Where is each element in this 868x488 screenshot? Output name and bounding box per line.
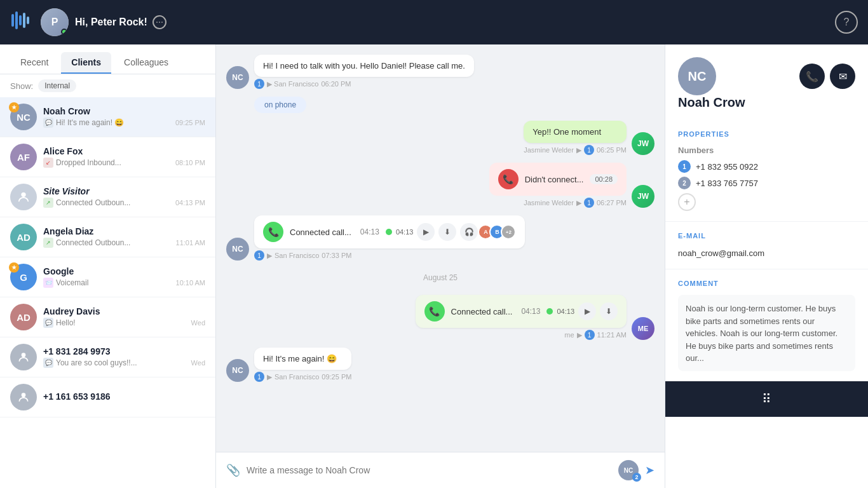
logo-icon [10,10,31,34]
preview-text: Hi! It's me again! 😄 [56,118,173,127]
contact-item[interactable]: AF Alice Fox ↙ Dropped Inbound... 08:10 … [0,137,215,177]
comment-title: COMMENT [678,280,855,287]
call-button[interactable]: 📞 [799,64,825,89]
message-content: Yep!! One moment Jasmine Welder ▶ 1 06:2… [524,121,627,155]
message-row: JW Yep!! One moment Jasmine Welder ▶ 1 0… [226,121,654,155]
download-button[interactable]: ⬇ [600,302,618,320]
help-icon[interactable]: ? [835,11,858,34]
contact-actions: 📞 ✉ [799,64,855,89]
message-bubble: Hi! I need to talk with you. Hello Danie… [254,55,474,77]
left-panel: Recent Clients Colleagues Show: Internal… [0,44,216,488]
info-icon[interactable]: ⋯ [153,15,166,29]
dialpad-icon[interactable]: ⠿ [762,391,771,407]
number-row: 1 +1 832 955 0922 [678,160,855,173]
contact-info: Google 📨 Voicemail 10:10 AM [43,266,205,288]
sender-avatar: NC [226,359,249,382]
bottom-bar: ⠿ [665,381,868,417]
contact-name: +1 161 653 9186 [43,391,205,402]
sender-count: 2 [632,473,641,482]
time-text: 11:21 AM [597,331,627,339]
contact-info: Noah Crow 💬 Hi! It's me again! 😄 09:25 P… [43,106,205,128]
message-content: 📞 Connected call... 04:13 04:13 ▶ ⬇ 🎧 A … [254,215,525,261]
avatar [10,384,37,410]
contact-name: +1 831 284 9973 [43,346,205,356]
avatar: ★ G [10,264,37,290]
contact-preview: ↙ Dropped Inbound... 08:10 PM [43,158,205,168]
play-button[interactable]: ▶ [578,302,596,320]
contact-item[interactable]: ★ G Google 📨 Voicemail 10:10 AM [0,257,215,297]
download-button[interactable]: ⬇ [438,223,456,241]
attach-button[interactable]: 📎 [226,463,240,477]
message-row: NC Hi! I need to talk with you. Hello Da… [226,55,654,89]
svg-point-7 [22,393,26,397]
email-button[interactable]: ✉ [830,64,855,89]
preview-time: 08:10 PM [175,159,205,166]
call-duration: 04:13 [360,227,379,236]
number-badge: 1 [254,79,264,89]
chat-input-area: 📎 NC 2 ➤ [216,452,665,488]
show-label: Show: [10,81,33,91]
contact-item[interactable]: +1 161 653 9186 [0,377,215,417]
preview-text: Dropped Inbound... [56,158,173,167]
preview-text: Connected Outboun... [56,238,173,247]
time-text: 06:27 PM [597,199,627,207]
star-badge: ★ [9,262,19,273]
chat-messages: NC Hi! I need to talk with you. Hello Da… [216,44,665,452]
time-text: 07:33 PM [322,252,351,259]
location-text: San Francisco [275,373,319,381]
message-meta: Jasmine Welder ▶ 1 06:25 PM [524,145,627,155]
contact-item[interactable]: AD Angela Diaz ↗ Connected Outboun... 11… [0,217,215,257]
headphone-button[interactable]: 🎧 [460,223,478,241]
message-meta: 1 ▶ San Francisco 09:25 PM [254,372,351,382]
message-input[interactable] [247,465,612,475]
online-indicator [61,29,67,35]
message-icon: 💬 [43,358,53,368]
play-button[interactable]: ▶ [417,223,435,241]
number-badge-1: 1 [678,160,691,173]
message-bubble: Hi! It's me again! 😄 [254,348,351,370]
call-text: Connected call... [451,307,513,316]
contact-list: ★ NC Noah Crow 💬 Hi! It's me again! 😄 09… [0,97,215,488]
phone-number-1: +1 832 955 0922 [696,162,758,172]
preview-time: 11:01 AM [176,239,205,247]
sender-avatar: ME [632,317,654,340]
contact-item[interactable]: ★ NC Noah Crow 💬 Hi! It's me again! 😄 09… [0,97,215,137]
numbers-label: Numbers [678,146,855,155]
on-phone-pill: on phone [254,97,306,113]
time-text: 09:25 PM [322,373,351,381]
contact-item[interactable]: +1 831 284 9973 💬 You are so cool guys!!… [0,337,215,377]
contact-header: NC 📞 ✉ [665,44,868,95]
sender-avatar: NC [226,66,249,89]
message-bubble: Yep!! One moment [524,121,627,143]
message-icon: 💬 [43,118,53,128]
time-text: 06:25 PM [597,146,627,154]
avatar [10,344,37,370]
sender-avatar: JW [632,132,654,155]
filter-badge[interactable]: Internal [38,79,76,92]
send-button[interactable]: ➤ [645,463,654,477]
email-section: E-mail noah_crow@gmail.com [665,222,868,269]
add-number-button[interactable]: + [678,193,696,211]
arrow-icon: ▶ [577,331,582,339]
call-text: Connected call... [290,227,351,237]
call-duration: 00:28 [590,174,618,184]
outbound-icon: ↗ [43,238,53,248]
tab-clients[interactable]: Clients [61,52,111,74]
message-content: 📞 Connected call... 04:13 04:13 ▶ ⬇ me ▶ [416,295,627,340]
contact-item[interactable]: AD Audrey Davis 💬 Hello! Wed [0,297,215,337]
tab-recent[interactable]: Recent [10,52,58,74]
contact-item[interactable]: Site Visitor ↗ Connected Outboun... 04:1… [0,177,215,217]
tab-colleagues[interactable]: Colleagues [114,52,179,74]
sender-name: me [564,331,574,339]
call-duration: 04:13 [521,307,540,316]
rec-duration: 04:13 [396,228,414,236]
preview-time: 10:10 AM [176,279,205,287]
number-row: 2 +1 833 765 7757 [678,177,855,189]
status-pill-row: on phone [226,97,654,113]
outbound-icon: ↗ [43,198,53,208]
preview-text: Connected Outboun... [56,198,173,207]
call-icon: 📞 [263,222,283,242]
location-text: San Francisco [275,252,319,259]
contact-name: Google [43,266,205,276]
contact-preview: 📨 Voicemail 10:10 AM [43,278,205,288]
